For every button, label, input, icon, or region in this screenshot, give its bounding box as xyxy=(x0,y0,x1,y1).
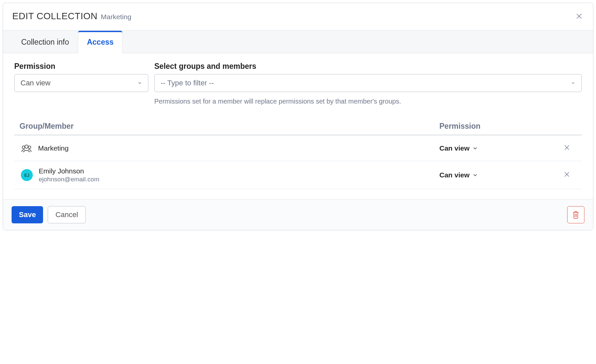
table-row: EJ Emily Johnson ejohnson@email.com Can … xyxy=(14,161,582,189)
chevron-down-icon xyxy=(137,81,142,85)
access-table: Group/Member Permission Marketing xyxy=(14,122,582,189)
modal-body: Permission Can view Select groups and me… xyxy=(3,53,593,199)
row-email: ejohnson@email.com xyxy=(39,176,99,183)
chevron-down-icon xyxy=(472,172,478,178)
permission-select-value: Can view xyxy=(21,79,50,87)
chevron-down-icon xyxy=(472,145,478,151)
th-group-member: Group/Member xyxy=(14,122,439,131)
avatar-initials: EJ xyxy=(24,173,29,178)
modal-title: EDIT COLLECTION xyxy=(12,11,97,22)
th-permission: Permission xyxy=(439,122,552,131)
avatar: EJ xyxy=(21,169,33,181)
tabs-bar: Collection info Access xyxy=(3,30,593,53)
chevron-down-icon xyxy=(571,81,575,85)
member-info: Emily Johnson ejohnson@email.com xyxy=(39,167,99,183)
close-icon xyxy=(575,12,583,20)
row-name-cell: Marketing xyxy=(14,143,439,153)
row-remove-button[interactable] xyxy=(563,171,571,179)
svg-point-3 xyxy=(22,146,25,149)
permission-label: Permission xyxy=(14,62,148,71)
th-action xyxy=(552,122,582,131)
permission-select[interactable]: Can view xyxy=(14,74,148,92)
row-name-cell: EJ Emily Johnson ejohnson@email.com xyxy=(14,167,439,183)
filter-helper-text: Permissions set for a member will replac… xyxy=(154,97,582,106)
edit-collection-modal: EDIT COLLECTION Marketing Collection inf… xyxy=(3,3,593,230)
table-header-row: Group/Member Permission xyxy=(14,122,582,135)
row-permission-select[interactable]: Can view xyxy=(439,171,552,179)
row-permission-value: Can view xyxy=(439,144,470,152)
close-button[interactable] xyxy=(574,12,584,21)
cancel-button[interactable]: Cancel xyxy=(48,206,85,223)
filter-input[interactable]: -- Type to filter -- xyxy=(154,74,582,92)
modal-footer: Save Cancel xyxy=(3,199,593,230)
permission-field: Permission Can view xyxy=(14,62,148,106)
modal-header: EDIT COLLECTION Marketing xyxy=(3,3,593,30)
svg-point-4 xyxy=(28,146,31,149)
delete-button[interactable] xyxy=(567,206,584,223)
trash-icon xyxy=(572,210,580,219)
close-icon xyxy=(563,171,571,178)
row-name: Emily Johnson xyxy=(39,167,99,175)
close-icon xyxy=(563,144,571,151)
row-name: Marketing xyxy=(38,144,69,152)
modal-subtitle: Marketing xyxy=(101,13,131,21)
row-permission-select[interactable]: Can view xyxy=(439,144,552,152)
save-button[interactable]: Save xyxy=(12,206,43,223)
modal-title-wrap: EDIT COLLECTION Marketing xyxy=(12,11,131,22)
svg-point-2 xyxy=(25,145,28,148)
group-icon xyxy=(21,143,32,153)
row-action-cell xyxy=(552,171,582,179)
row-action-cell xyxy=(552,144,582,153)
footer-left: Save Cancel xyxy=(12,206,86,223)
tab-access[interactable]: Access xyxy=(78,31,123,53)
row-permission-value: Can view xyxy=(439,171,470,179)
row-remove-button[interactable] xyxy=(563,144,571,153)
form-row: Permission Can view Select groups and me… xyxy=(14,62,582,106)
filter-field: Select groups and members -- Type to fil… xyxy=(154,62,582,106)
table-row: Marketing Can view xyxy=(14,135,582,161)
filter-label: Select groups and members xyxy=(154,62,582,71)
tab-collection-info[interactable]: Collection info xyxy=(12,31,78,53)
filter-placeholder: -- Type to filter -- xyxy=(161,79,214,87)
